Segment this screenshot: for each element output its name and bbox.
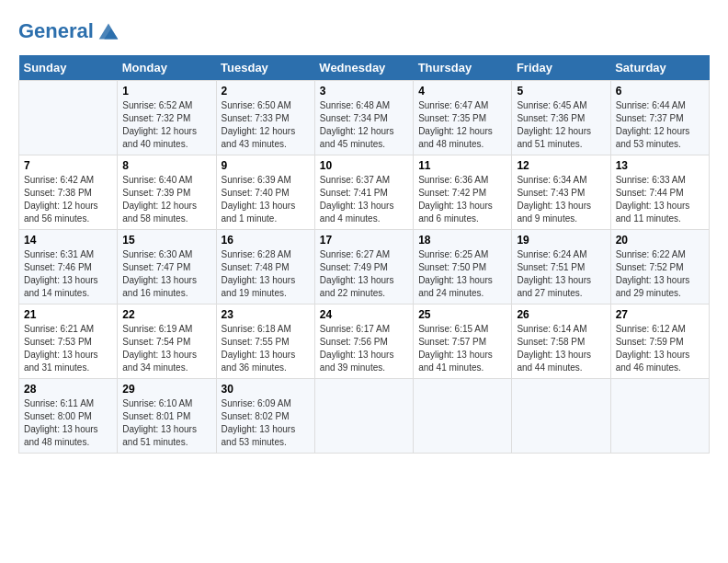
calendar-cell: 29Sunrise: 6:10 AMSunset: 8:01 PMDayligh… [118,379,216,454]
day-number: 4 [418,85,506,98]
calendar-cell: 20Sunrise: 6:22 AMSunset: 7:52 PMDayligh… [610,230,709,304]
day-info: Sunrise: 6:25 AMSunset: 7:50 PMDaylight:… [418,248,506,300]
day-number: 5 [517,85,605,98]
day-number: 2 [222,85,310,98]
day-info: Sunrise: 6:12 AMSunset: 7:59 PMDaylight:… [616,323,704,374]
day-number: 17 [320,234,408,247]
week-row-2: 7Sunrise: 6:42 AMSunset: 7:38 PMDaylight… [19,155,710,230]
weekday-tuesday: Tuesday [216,55,314,81]
calendar-cell: 12Sunrise: 6:34 AMSunset: 7:43 PMDayligh… [512,155,610,230]
calendar-cell [610,379,709,454]
weekday-monday: Monday [118,55,216,81]
week-row-5: 28Sunrise: 6:11 AMSunset: 8:00 PMDayligh… [19,379,710,454]
calendar-cell: 28Sunrise: 6:11 AMSunset: 8:00 PMDayligh… [19,379,118,454]
day-number: 6 [616,85,704,98]
day-info: Sunrise: 6:10 AMSunset: 8:01 PMDaylight:… [122,397,210,449]
calendar-cell: 23Sunrise: 6:18 AMSunset: 7:55 PMDayligh… [216,304,314,379]
logo: General [18,18,121,44]
calendar-cell: 8Sunrise: 6:40 AMSunset: 7:39 PMDaylight… [118,155,216,230]
day-number: 22 [122,308,210,321]
weekday-header-row: SundayMondayTuesdayWednesdayThursdayFrid… [19,55,710,81]
week-row-3: 14Sunrise: 6:31 AMSunset: 7:46 PMDayligh… [19,230,710,304]
day-info: Sunrise: 6:44 AMSunset: 7:37 PMDaylight:… [616,99,704,151]
day-number: 9 [222,159,310,172]
weekday-friday: Friday [512,55,610,81]
day-number: 28 [24,383,112,396]
calendar-cell: 16Sunrise: 6:28 AMSunset: 7:48 PMDayligh… [216,230,314,304]
day-number: 10 [320,159,408,172]
week-row-1: 1Sunrise: 6:52 AMSunset: 7:32 PMDaylight… [19,81,710,155]
day-number: 11 [418,159,506,172]
calendar-cell: 11Sunrise: 6:36 AMSunset: 7:42 PMDayligh… [414,155,512,230]
day-number: 13 [616,159,704,172]
day-number: 18 [418,234,506,247]
page: General SundayMondayTuesdayWednesdayThur… [0,0,728,563]
day-number: 23 [222,308,310,321]
day-info: Sunrise: 6:34 AMSunset: 7:43 PMDaylight:… [517,174,605,225]
day-number: 30 [222,383,310,396]
day-number: 21 [24,308,112,321]
day-number: 7 [24,159,112,172]
calendar-cell: 6Sunrise: 6:44 AMSunset: 7:37 PMDaylight… [610,81,709,155]
day-info: Sunrise: 6:28 AMSunset: 7:48 PMDaylight:… [222,248,310,300]
logo-icon [96,18,121,44]
day-number: 25 [418,308,506,321]
calendar-table: SundayMondayTuesdayWednesdayThursdayFrid… [18,55,710,454]
weekday-wednesday: Wednesday [314,55,413,81]
day-info: Sunrise: 6:36 AMSunset: 7:42 PMDaylight:… [418,174,506,225]
day-info: Sunrise: 6:33 AMSunset: 7:44 PMDaylight:… [616,174,704,225]
calendar-cell: 9Sunrise: 6:39 AMSunset: 7:40 PMDaylight… [216,155,314,230]
day-number: 27 [616,308,704,321]
day-number: 1 [122,85,210,98]
day-info: Sunrise: 6:19 AMSunset: 7:54 PMDaylight:… [122,323,210,374]
day-info: Sunrise: 6:52 AMSunset: 7:32 PMDaylight:… [122,99,210,151]
calendar-cell [19,81,118,155]
calendar-cell [414,379,512,454]
day-number: 14 [24,234,112,247]
calendar-cell: 17Sunrise: 6:27 AMSunset: 7:49 PMDayligh… [314,230,413,304]
day-info: Sunrise: 6:50 AMSunset: 7:33 PMDaylight:… [222,99,310,151]
day-info: Sunrise: 6:15 AMSunset: 7:57 PMDaylight:… [418,323,506,374]
weekday-saturday: Saturday [610,55,709,81]
day-number: 8 [122,159,210,172]
weekday-thursday: Thursday [414,55,512,81]
calendar-cell: 19Sunrise: 6:24 AMSunset: 7:51 PMDayligh… [512,230,610,304]
calendar-cell: 14Sunrise: 6:31 AMSunset: 7:46 PMDayligh… [19,230,118,304]
day-info: Sunrise: 6:40 AMSunset: 7:39 PMDaylight:… [122,174,210,225]
day-info: Sunrise: 6:45 AMSunset: 7:36 PMDaylight:… [517,99,605,151]
day-info: Sunrise: 6:18 AMSunset: 7:55 PMDaylight:… [222,323,310,374]
calendar-cell: 22Sunrise: 6:19 AMSunset: 7:54 PMDayligh… [118,304,216,379]
day-number: 19 [517,234,605,247]
day-number: 15 [122,234,210,247]
header: General [18,18,710,44]
calendar-cell: 18Sunrise: 6:25 AMSunset: 7:50 PMDayligh… [414,230,512,304]
day-info: Sunrise: 6:17 AMSunset: 7:56 PMDaylight:… [320,323,408,374]
day-number: 20 [616,234,704,247]
calendar-cell: 24Sunrise: 6:17 AMSunset: 7:56 PMDayligh… [314,304,413,379]
day-info: Sunrise: 6:14 AMSunset: 7:58 PMDaylight:… [517,323,605,374]
calendar-cell: 10Sunrise: 6:37 AMSunset: 7:41 PMDayligh… [314,155,413,230]
calendar-cell [512,379,610,454]
day-number: 12 [517,159,605,172]
calendar-cell [314,379,413,454]
calendar-cell: 25Sunrise: 6:15 AMSunset: 7:57 PMDayligh… [414,304,512,379]
week-row-4: 21Sunrise: 6:21 AMSunset: 7:53 PMDayligh… [19,304,710,379]
calendar-cell: 21Sunrise: 6:21 AMSunset: 7:53 PMDayligh… [19,304,118,379]
day-info: Sunrise: 6:27 AMSunset: 7:49 PMDaylight:… [320,248,408,300]
day-number: 24 [320,308,408,321]
weekday-sunday: Sunday [19,55,118,81]
day-info: Sunrise: 6:09 AMSunset: 8:02 PMDaylight:… [222,397,310,449]
day-info: Sunrise: 6:21 AMSunset: 7:53 PMDaylight:… [24,323,112,374]
day-info: Sunrise: 6:37 AMSunset: 7:41 PMDaylight:… [320,174,408,225]
day-info: Sunrise: 6:39 AMSunset: 7:40 PMDaylight:… [222,174,310,225]
logo-text: General [18,20,94,42]
day-info: Sunrise: 6:31 AMSunset: 7:46 PMDaylight:… [24,248,112,300]
calendar-cell: 5Sunrise: 6:45 AMSunset: 7:36 PMDaylight… [512,81,610,155]
day-info: Sunrise: 6:42 AMSunset: 7:38 PMDaylight:… [24,174,112,225]
day-number: 3 [320,85,408,98]
calendar-cell: 2Sunrise: 6:50 AMSunset: 7:33 PMDaylight… [216,81,314,155]
day-info: Sunrise: 6:30 AMSunset: 7:47 PMDaylight:… [122,248,210,300]
day-info: Sunrise: 6:11 AMSunset: 8:00 PMDaylight:… [24,397,112,449]
day-info: Sunrise: 6:48 AMSunset: 7:34 PMDaylight:… [320,99,408,151]
day-info: Sunrise: 6:47 AMSunset: 7:35 PMDaylight:… [418,99,506,151]
